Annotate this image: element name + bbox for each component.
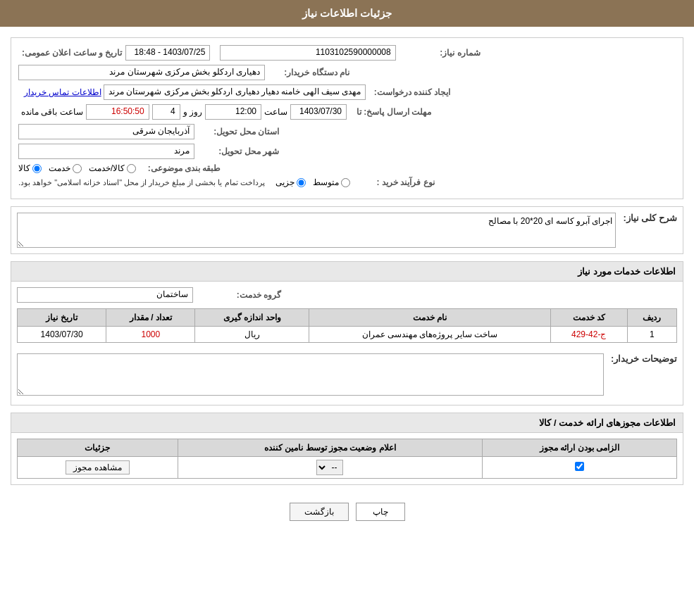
back-button[interactable]: بازگشت [290,503,349,521]
services-section: اطلاعات خدمات مورد نیاز گروه خدمت: ساختم… [11,261,683,406]
cell-date: 1403/07/30 [18,327,106,343]
col-header-code: کد خدمت [550,309,627,327]
contact-info-link[interactable]: اطلاعات تماس خریدار [24,87,101,97]
licenses-title: اطلاعات مجوزهای ارائه خدمت / کالا [539,417,676,428]
cell-unit: ریال [195,327,309,343]
col-header-date: تاریخ نیاز [18,309,106,327]
col-header-row: ردیف [627,309,676,327]
buyer-notes-label: توضیحات خریدار: [611,353,677,364]
supplier-status-select[interactable]: -- [316,460,343,475]
cell-code: ج-42-429 [550,327,627,343]
footer-buttons: چاپ بازگشت [11,492,683,532]
licenses-section: اطلاعات مجوزهای ارائه خدمت / کالا الزامی… [11,413,683,485]
purchase-type-row: نوع فرآیند خرید : متوسط جزیی پرداخت تمام… [18,177,676,187]
announcement-value: 1403/07/25 - 18:48 [125,45,210,61]
deadline-date-value: 1403/07/30 [290,104,347,120]
page-title: جزئیات اطلاعات نیاز [302,7,392,19]
need-description-section: شرح کلی نیاز: اجرای آبرو کاسه ای 20*20 ب… [11,206,683,254]
purchase-notice: پرداخت تمام یا بخشی از مبلغ خریدار از مح… [18,178,265,187]
city-row: شهر محل تحویل: مرند [18,144,676,159]
service-group-value: ساختمان [17,287,193,303]
sharh-body: شرح کلی نیاز: اجرای آبرو کاسه ای 20*20 ب… [11,207,683,253]
main-info-section: شماره نیاز: 1103102590000008 1403/07/25 … [11,37,683,199]
services-header: اطلاعات خدمات مورد نیاز [11,262,683,282]
page-header: جزئیات اطلاعات نیاز [0,0,694,27]
radio-kala-khedmat[interactable]: کالا/خدمت [89,163,136,173]
license-required-cell [483,457,677,479]
radio-kala-khedmat-input[interactable] [127,164,136,173]
radio-kala-label: کالا [18,163,30,173]
radio-jozi[interactable]: جزیی [275,177,306,187]
need-number-row: شماره نیاز: 1103102590000008 1403/07/25 … [18,45,676,61]
deadline-label: مهلت ارسال پاسخ: تا [347,107,431,117]
need-description-textarea[interactable]: اجرای آبرو کاسه ای 20*20 با مصالح [17,213,616,248]
licenses-header: اطلاعات مجوزهای ارائه خدمت / کالا [11,413,683,433]
view-license-button[interactable]: مشاهده مجوز [66,460,129,474]
city-value: مرند [18,144,194,159]
print-button[interactable]: چاپ [356,503,405,521]
province-value: آذربایجان شرقی [18,124,194,139]
deadline-time-label: ساعت [264,107,287,117]
purchase-type-radio-group: متوسط جزیی [275,177,350,187]
buyer-org-value: دهیاری اردکلو بخش مرکزی شهرستان مرند [18,65,265,80]
services-body: گروه خدمت: ساختمان ردیف کد خدمت نام خدمت… [11,282,683,405]
cell-name: ساخت سایر پروژه‌های مهندسی عمران [309,327,550,343]
cell-row: 1 [627,327,676,343]
requester-row: ایجاد کننده درخواست: مهدی سیف الهی خامنه… [18,84,676,100]
category-label: طبقه بندی موضوعی: [136,163,221,173]
service-group-row: گروه خدمت: ساختمان [17,287,677,303]
radio-khedmat[interactable]: خدمت [49,163,82,173]
requester-label: ایجاد کننده درخواست: [366,87,450,97]
category-radio-group: کالا/خدمت خدمت کالا [18,163,136,173]
requester-value: مهدی سیف الهی خامنه دهیار دهیاری اردکلو … [104,84,366,100]
deadline-time-value: 12:00 [205,104,261,120]
buyer-org-label: نام دستگاه خریدار: [265,68,349,77]
buyer-notes-textarea[interactable] [17,353,604,396]
deadline-day-label: روز و [183,107,202,117]
radio-khedmat-label: خدمت [49,163,70,173]
list-item: -- مشاهده مجوز [18,457,677,479]
table-row: 1 ج-42-429 ساخت سایر پروژه‌های مهندسی عم… [18,327,677,343]
purchase-type-label: نوع فرآیند خرید : [350,177,435,187]
city-label: شهر محل تحویل: [194,146,279,156]
col-details: جزئیات [18,439,178,457]
radio-khedmat-input[interactable] [73,164,82,173]
services-table: ردیف کد خدمت نام خدمت واحد اندازه گیری ت… [17,308,677,343]
cell-quantity: 1000 [106,327,195,343]
deadline-days-value: 4 [152,104,180,120]
radio-motavasset-label: متوسط [313,177,339,187]
radio-kala-khedmat-label: کالا/خدمت [89,163,125,173]
deadline-row: مهلت ارسال پاسخ: تا 1403/07/30 ساعت 12:0… [18,104,676,120]
deadline-remaining-value: 16:50:50 [86,104,149,120]
supplier-status-cell: -- [178,457,482,479]
province-label: استان محل تحویل: [194,127,279,137]
license-required-checkbox[interactable] [575,462,584,471]
services-title: اطلاعات خدمات مورد نیاز [578,266,676,277]
col-header-quantity: تعداد / مقدار [106,309,195,327]
licenses-table: الزامی بودن ارائه مجوز اعلام وضعیت مجوز … [17,439,677,479]
licenses-body: الزامی بودن ارائه مجوز اعلام وضعیت مجوز … [11,433,683,484]
details-cell: مشاهده مجوز [18,457,178,479]
radio-motavasset-input[interactable] [341,178,350,187]
deadline-remaining-label: ساعت باقی مانده [21,107,83,117]
radio-jozi-input[interactable] [297,178,306,187]
province-row: استان محل تحویل: آذربایجان شرقی [18,124,676,139]
buyer-notes-section: توضیحات خریدار: [17,350,677,399]
need-number-value: 1103102590000008 [220,45,396,61]
category-row: طبقه بندی موضوعی: کالا/خدمت خدمت کالا [18,163,676,173]
radio-kala[interactable]: کالا [18,163,42,173]
announcement-label: تاریخ و ساعت اعلان عمومی: [22,48,122,58]
service-group-label: گروه خدمت: [197,290,281,300]
radio-jozi-label: جزیی [275,177,295,187]
buyer-org-row: نام دستگاه خریدار: دهیاری اردکلو بخش مرک… [18,65,676,80]
col-header-name: نام خدمت [309,309,550,327]
radio-motavasset[interactable]: متوسط [313,177,350,187]
col-supplier-status: اعلام وضعیت مجوز توسط نامین کننده [178,439,482,457]
sharh-label: شرح کلی نیاز: [623,213,677,223]
need-number-label: شماره نیاز: [396,48,481,58]
radio-kala-input[interactable] [32,164,42,173]
col-license-required: الزامی بودن ارائه مجوز [483,439,677,457]
col-header-unit: واحد اندازه گیری [195,309,309,327]
